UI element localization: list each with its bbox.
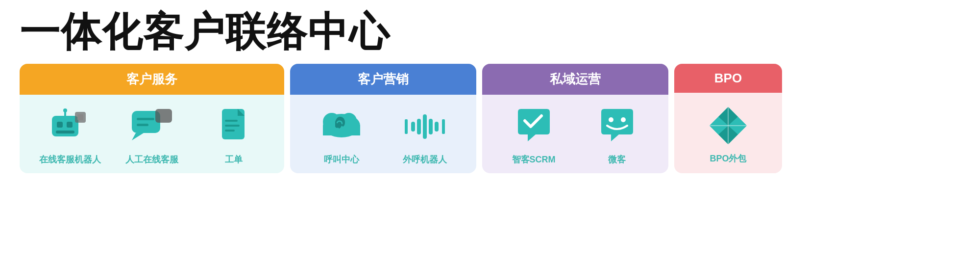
service-item-weke: 微客 [577,105,657,165]
svg-rect-10 [155,109,172,123]
svg-rect-11 [137,118,154,120]
service-label-robot: 在线客服机器人 [39,154,101,165]
card-body-customer-service: 在线客服机器人 [20,95,284,173]
service-label-scrm: 智客SCRM [512,154,556,165]
svg-rect-3 [56,131,74,133]
svg-rect-15 [225,120,238,122]
service-item-outbound: 外呼机器人 [385,105,465,165]
service-item-call-center: 呼叫中心 [302,105,381,165]
call-center-icon [319,105,364,149]
svg-rect-26 [435,122,439,132]
svg-rect-24 [429,119,433,134]
service-label-human: 人工在线客服 [125,154,178,165]
svg-rect-21 [323,126,360,135]
service-label-ticket: 工单 [225,154,243,165]
svg-rect-1 [57,122,63,128]
service-item-scrm: 智客SCRM [494,105,573,165]
service-item-ticket: 工单 [195,105,272,165]
cards-row: 客户服务 [20,64,960,173]
svg-rect-17 [225,130,235,132]
card-private: 私域运营 智客SCRM [482,64,668,173]
svg-point-29 [609,117,613,122]
card-body-marketing: 呼叫中心 [290,95,476,173]
outbound-icon [403,105,447,149]
service-item-human: 人工在线客服 [113,105,191,165]
svg-rect-23 [417,119,421,134]
scrm-icon [512,105,556,149]
svg-rect-7 [77,114,83,120]
svg-rect-25 [411,122,415,132]
svg-rect-12 [137,124,148,126]
card-header-marketing: 客户营销 [290,64,476,95]
page-title: 一体化客户联络中心 [20,10,960,54]
card-header-private: 私域运营 [482,64,668,95]
card-body-private: 智客SCRM 微客 [482,95,668,173]
svg-rect-27 [405,119,408,134]
robot-icon [48,105,92,149]
ticket-icon [212,105,256,149]
svg-marker-9 [132,133,144,140]
page: 一体化客户联络中心 客户服务 [0,0,980,183]
svg-rect-16 [225,125,240,127]
card-marketing: 客户营销 [290,64,476,173]
svg-point-5 [63,108,67,112]
service-label-weke: 微客 [608,154,626,165]
card-body-bpo: BPO外包 [674,93,782,173]
card-header-customer-service: 客户服务 [20,64,284,95]
card-header-bpo: BPO [674,64,782,93]
card-customer-service: 客户服务 [20,64,284,173]
service-label-call-center: 呼叫中心 [324,154,359,165]
svg-rect-2 [67,122,73,128]
svg-rect-28 [442,119,445,134]
svg-rect-22 [423,114,427,139]
svg-point-30 [621,117,626,122]
service-label-bpo: BPO外包 [710,153,746,164]
weke-icon [595,105,639,149]
card-bpo: BPO [674,64,782,173]
service-item-bpo: BPO外包 [686,104,770,164]
bpo-icon [706,104,750,148]
service-label-outbound: 外呼机器人 [403,154,447,165]
human-chat-icon [130,105,174,149]
service-item-robot: 在线客服机器人 [31,105,109,165]
